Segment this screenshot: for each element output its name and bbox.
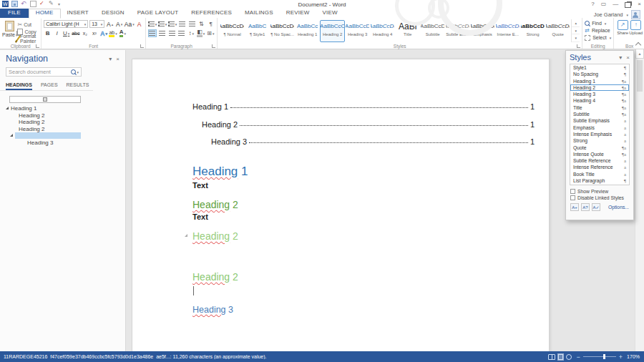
styles-pane-item[interactable]: Heading 3¶a <box>570 91 629 97</box>
styles-pane-item[interactable]: Intense Emphasisa <box>570 131 629 137</box>
body-paragraph[interactable]: Text <box>192 212 535 221</box>
navigation-pane-close-icon[interactable]: × <box>116 56 119 62</box>
read-mode-icon[interactable] <box>548 354 555 360</box>
style-gallery-item[interactable]: AaBbCcCHeading 2 <box>320 20 345 42</box>
styles-pane-item[interactable]: Book Titlea <box>570 171 629 177</box>
help-button[interactable]: ? <box>591 1 594 8</box>
style-gallery-item[interactable]: AaBbCcDcQuote <box>545 20 570 42</box>
nav-heading-item[interactable]: Heading 2 <box>0 126 125 133</box>
format-painter-button[interactable]: Format Painter <box>17 35 39 42</box>
ribbon-tab-insert[interactable]: INSERT <box>61 9 95 18</box>
styles-pane-item[interactable]: Subtle Referencea <box>570 157 629 164</box>
styles-pane-close-icon[interactable]: × <box>626 54 630 61</box>
nav-item-object[interactable] <box>9 96 81 103</box>
numbering-button[interactable]: ▾ <box>158 20 167 28</box>
align-center-button[interactable] <box>158 29 167 37</box>
style-gallery-item[interactable]: AaBbCcDcStrong <box>520 20 545 42</box>
toc-entry[interactable]: Heading 11 <box>192 102 535 120</box>
scroll-up-icon[interactable]: ▲ <box>635 49 644 59</box>
strikethrough-button[interactable]: abc <box>72 29 79 37</box>
font-name-combobox[interactable]: Calibri Light (H▾ <box>44 20 88 28</box>
account-area[interactable]: Joe Garland ▾ <box>594 10 640 19</box>
decrease-indent-button[interactable] <box>178 20 186 28</box>
italic-button[interactable]: I <box>53 29 61 37</box>
nav-tab-results[interactable]: RESULTS <box>67 82 89 90</box>
find-button[interactable]: Find▾ <box>585 20 611 26</box>
justify-button[interactable] <box>177 29 186 37</box>
superscript-button[interactable]: x² <box>90 29 98 37</box>
user-name[interactable]: Joe Garland <box>594 11 623 18</box>
font-size-combobox[interactable]: 13▾ <box>89 20 104 28</box>
document-heading[interactable]: Heading 2 <box>192 199 535 210</box>
ribbon-tab-design[interactable]: DESIGN <box>95 9 131 18</box>
styles-pane-item[interactable]: Intense Referencea <box>570 164 629 170</box>
checkbox-icon[interactable] <box>570 189 575 194</box>
borders-button[interactable]: ⊞▾ <box>207 29 215 37</box>
paragraph-dialog-launcher-icon[interactable] <box>212 44 215 48</box>
heading-collapse-icon[interactable] <box>185 234 187 237</box>
gallery-more-icon[interactable]: ▾ <box>572 34 580 42</box>
ribbon-display-options-button[interactable]: ▭ <box>601 1 607 8</box>
document-heading[interactable]: Heading 2 <box>192 230 535 242</box>
bold-button[interactable]: B <box>44 29 52 37</box>
styles-pane-checkbox[interactable]: Disable Linked Styles <box>570 195 629 201</box>
web-layout-icon[interactable] <box>566 354 572 360</box>
zoom-level[interactable]: 170% <box>627 354 640 359</box>
styles-pane-item[interactable]: Heading 2¶a <box>570 84 629 91</box>
gallery-scroll-down-icon[interactable]: ▾ <box>572 27 580 35</box>
clipboard-dialog-launcher-icon[interactable] <box>36 44 39 48</box>
multilevel-list-button[interactable]: ▾ <box>168 20 177 28</box>
font-dialog-launcher-icon[interactable] <box>140 44 144 48</box>
shrink-font-button[interactable]: A▾ <box>115 20 123 28</box>
nav-tab-pages[interactable]: PAGES <box>41 82 58 90</box>
nav-heading-item[interactable]: Heading 3 <box>0 140 125 147</box>
style-gallery-item[interactable]: AaBbCcDc¶ No Spac... <box>270 20 295 42</box>
nav-heading-item-empty[interactable] <box>0 132 125 140</box>
ribbon-tab-view[interactable]: VIEW <box>316 9 344 18</box>
underline-button[interactable]: U▾ <box>62 29 70 37</box>
expander-icon[interactable] <box>10 134 13 137</box>
gallery-scroll-up-icon[interactable]: ▴ <box>572 19 580 27</box>
style-inspector-button[interactable]: A? <box>581 203 590 211</box>
subscript-button[interactable]: x₂ <box>81 29 89 37</box>
upload-button[interactable]: ↑Upload <box>629 20 643 42</box>
print-layout-icon[interactable] <box>558 354 563 360</box>
search-input[interactable]: Search document ▾ <box>6 67 82 77</box>
show-paragraph-marks-button[interactable]: ¶ <box>207 20 215 28</box>
styles-pane-item[interactable]: Emphasisa <box>570 124 629 131</box>
scrollbar-thumb[interactable] <box>637 60 643 92</box>
bullets-button[interactable]: ▾ <box>148 20 157 28</box>
checkbox-icon[interactable] <box>570 195 575 200</box>
document-heading[interactable]: Heading 2 <box>192 271 535 283</box>
paste-button[interactable]: Paste▾ <box>2 19 17 42</box>
shading-button[interactable]: ◧▾ <box>197 29 205 37</box>
body-paragraph[interactable]: Text <box>192 181 535 190</box>
document-heading[interactable]: Heading 1 <box>192 165 535 179</box>
vertical-scrollbar[interactable]: ▲ <box>635 49 644 351</box>
align-right-button[interactable] <box>167 29 176 37</box>
nav-tab-headings[interactable]: HEADINGS <box>6 82 32 90</box>
styles-pane-item[interactable]: Subtle Emphasisa <box>570 117 629 124</box>
nav-heading-item[interactable]: Heading 2 <box>0 119 125 126</box>
style-gallery-item[interactable]: AaBbCcDHeading 3 <box>345 20 370 42</box>
new-style-button[interactable]: A+ <box>570 203 579 211</box>
document-heading[interactable]: Heading 3 <box>192 305 535 315</box>
increase-indent-button[interactable] <box>187 20 195 28</box>
style-gallery-item[interactable]: AaBbCcDcIntense E... <box>495 20 520 42</box>
font-color-button[interactable]: A▾ <box>119 29 127 37</box>
styles-pane-item[interactable]: Title¶a <box>570 104 629 111</box>
zoom-slider-thumb[interactable] <box>603 354 605 359</box>
styles-pane-menu-icon[interactable]: ▾ <box>619 54 622 61</box>
sort-button[interactable]: ⇅ <box>197 20 205 28</box>
styles-dialog-launcher-icon[interactable] <box>577 44 580 48</box>
zoom-in-button[interactable]: + <box>619 353 623 361</box>
text-highlight-button[interactable]: ab▾ <box>109 29 117 37</box>
minimize-button[interactable]: — <box>613 1 618 8</box>
toc-entry[interactable]: Heading 31 <box>192 137 535 155</box>
style-gallery-item[interactable]: AaBbCcHeading 1 <box>295 20 320 42</box>
close-button[interactable]: × <box>638 1 641 8</box>
styles-pane-item[interactable]: Stronga <box>570 137 629 144</box>
styles-pane-checkbox[interactable]: Show Preview <box>570 188 629 195</box>
search-icon[interactable] <box>71 69 76 74</box>
nav-heading-item[interactable]: Heading 2 <box>0 112 125 119</box>
